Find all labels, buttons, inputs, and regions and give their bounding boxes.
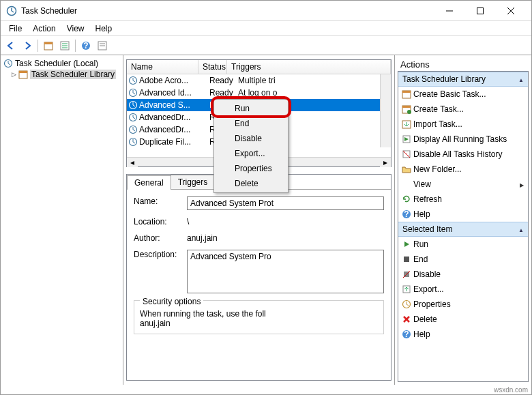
context-menu: RunEndDisableExport...PropertiesDelete bbox=[213, 99, 289, 193]
action-create-basic-task-[interactable]: Create Basic Task... bbox=[398, 87, 528, 102]
location-value: \ bbox=[187, 217, 384, 226]
scroll-right-icon[interactable]: ▸ bbox=[380, 158, 391, 167]
help-icon: ? bbox=[401, 209, 412, 220]
task-triggers: Multiple tri bbox=[238, 76, 389, 85]
context-menu-run[interactable]: Run bbox=[216, 101, 286, 116]
action-label: View bbox=[413, 179, 431, 189]
svg-line-37 bbox=[133, 130, 135, 131]
action-end[interactable]: End bbox=[398, 252, 528, 267]
clock-icon bbox=[128, 113, 138, 122]
action-refresh[interactable]: Refresh bbox=[398, 192, 528, 207]
menu-file[interactable]: File bbox=[3, 23, 27, 35]
maximize-button[interactable] bbox=[464, 1, 495, 20]
menu-view[interactable]: View bbox=[61, 23, 90, 35]
clock-icon bbox=[128, 125, 138, 134]
svg-line-2 bbox=[12, 11, 14, 12]
security-legend: Security options bbox=[140, 297, 203, 306]
action-label: Delete bbox=[413, 314, 437, 324]
action-run[interactable]: Run bbox=[398, 237, 528, 252]
action-view[interactable]: View bbox=[398, 177, 528, 192]
center-pane: Name Status Triggers Adobe Acro...ReadyM… bbox=[123, 55, 395, 385]
menu-action[interactable]: Action bbox=[27, 23, 61, 35]
calendar-icon[interactable] bbox=[41, 38, 56, 53]
menu-help[interactable]: Help bbox=[90, 23, 118, 35]
action-label: New Folder... bbox=[413, 164, 462, 174]
tree-child-label: Task Scheduler Library bbox=[30, 70, 116, 79]
clock-icon bbox=[128, 100, 138, 110]
action-import-task-[interactable]: Import Task... bbox=[398, 117, 528, 132]
actions-inner: Task Scheduler Library Create Basic Task… bbox=[398, 71, 529, 382]
action-label: Refresh bbox=[413, 194, 442, 204]
task-name: Duplicate Fil... bbox=[139, 137, 209, 147]
tab-general[interactable]: General bbox=[127, 175, 171, 190]
table-row[interactable]: Advanced Id...ReadyAt log on o bbox=[127, 87, 391, 99]
col-name[interactable]: Name bbox=[127, 60, 198, 74]
task-name: Advanced S... bbox=[139, 100, 209, 110]
main-area: Task Scheduler (Local) ▷ Task Scheduler … bbox=[1, 55, 531, 385]
collapse-icon[interactable] bbox=[518, 224, 524, 234]
forward-button[interactable] bbox=[20, 38, 35, 53]
action-disable[interactable]: Disable bbox=[398, 267, 528, 282]
security-account: anuj.jain bbox=[140, 319, 378, 328]
action-label: End bbox=[413, 254, 428, 264]
import-icon bbox=[401, 119, 412, 130]
properties-icon[interactable] bbox=[95, 38, 110, 53]
tree-child[interactable]: ▷ Task Scheduler Library bbox=[2, 69, 121, 80]
description-label: Description: bbox=[134, 250, 187, 259]
svg-text:?: ? bbox=[83, 41, 88, 50]
col-triggers[interactable]: Triggers bbox=[227, 60, 391, 74]
action-label: Import Task... bbox=[413, 119, 462, 129]
action-export-[interactable]: Export... bbox=[398, 282, 528, 297]
scroll-left-icon[interactable]: ◂ bbox=[127, 158, 138, 167]
context-menu-properties[interactable]: Properties bbox=[216, 161, 286, 176]
tab-triggers[interactable]: Triggers bbox=[171, 175, 216, 189]
actions-section-selected[interactable]: Selected Item bbox=[398, 222, 528, 237]
table-row[interactable]: Adobe Acro...ReadyMultiple tri bbox=[127, 74, 391, 87]
task-list-header: Name Status Triggers bbox=[127, 60, 391, 74]
action-delete[interactable]: Delete bbox=[398, 312, 528, 327]
action-disable-all-tasks-history[interactable]: Disable All Tasks History bbox=[398, 147, 528, 162]
svg-text:?: ? bbox=[404, 330, 409, 339]
help-icon[interactable]: ? bbox=[78, 38, 93, 53]
context-menu-disable[interactable]: Disable bbox=[216, 131, 286, 146]
svg-text:?: ? bbox=[404, 209, 409, 219]
tab-body-general: Name: Advanced System Prot Location: \ A… bbox=[127, 190, 391, 380]
actions-section-library[interactable]: Task Scheduler Library bbox=[398, 72, 528, 87]
context-menu-end[interactable]: End bbox=[216, 116, 286, 131]
app-icon bbox=[6, 5, 17, 16]
name-field[interactable]: Advanced System Prot bbox=[187, 196, 384, 210]
end-icon bbox=[401, 254, 412, 265]
action-label: Disable All Tasks History bbox=[413, 149, 503, 159]
expand-icon[interactable]: ▷ bbox=[12, 71, 16, 78]
task-details: General Triggers A Name: Advanced System… bbox=[126, 174, 391, 381]
col-status[interactable]: Status bbox=[198, 60, 227, 74]
context-menu-delete[interactable]: Delete bbox=[216, 176, 286, 191]
author-label: Author: bbox=[134, 233, 187, 243]
action-new-folder-[interactable]: New Folder... bbox=[398, 162, 528, 177]
description-field[interactable]: Advanced System Pro bbox=[187, 250, 384, 293]
clock-icon bbox=[128, 137, 138, 147]
action-display-all-running-tasks[interactable]: Display All Running Tasks bbox=[398, 132, 528, 147]
back-button[interactable] bbox=[3, 38, 18, 53]
running-icon bbox=[401, 134, 412, 145]
minimize-button[interactable] bbox=[434, 1, 464, 20]
svg-line-40 bbox=[133, 142, 135, 143]
action-create-task-[interactable]: Create Task... bbox=[398, 102, 528, 117]
disable-history-icon bbox=[401, 149, 412, 160]
context-menu-export-[interactable]: Export... bbox=[216, 146, 286, 161]
tree-root[interactable]: Task Scheduler (Local) bbox=[2, 58, 121, 69]
collapse-icon[interactable] bbox=[518, 74, 524, 84]
window-controls bbox=[434, 1, 526, 20]
clock-icon bbox=[3, 59, 13, 68]
action-help[interactable]: ?Help bbox=[398, 327, 528, 342]
details-icon[interactable] bbox=[57, 38, 72, 53]
action-properties[interactable]: Properties bbox=[398, 297, 528, 312]
action-label: Create Task... bbox=[413, 104, 464, 114]
tree-pane: Task Scheduler (Local) ▷ Task Scheduler … bbox=[1, 55, 123, 385]
close-button[interactable] bbox=[495, 1, 526, 20]
task-name: Adobe Acro... bbox=[139, 76, 209, 85]
svg-rect-52 bbox=[404, 257, 409, 262]
action-help[interactable]: ?Help bbox=[398, 207, 528, 222]
actions-section-library-label: Task Scheduler Library bbox=[402, 74, 486, 84]
vertical-scrollbar[interactable] bbox=[380, 74, 391, 147]
